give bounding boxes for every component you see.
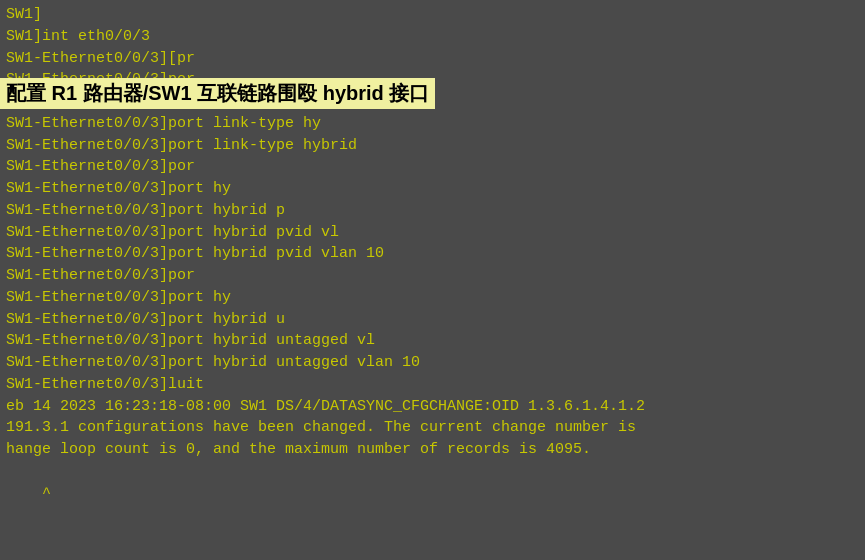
terminal-line-17: SW1-Ethernet0/0/3]port hybrid untagged v… [6,352,859,374]
terminal-line-6: SW1-Ethernet0/0/3]port link-type hy [6,113,859,135]
terminal-caret: ^ [42,483,51,505]
terminal-line-1: SW1] [6,4,859,26]
terminal-window: SW1] SW1]int eth0/0/3 SW1-Ethernet0/0/3]… [0,0,865,560]
terminal-line-3: SW1-Ethernet0/0/3][pr [6,48,859,70]
terminal-line-7: SW1-Ethernet0/0/3]port link-type hybrid [6,135,859,157]
terminal-line-12: SW1-Ethernet0/0/3]port hybrid pvid vlan … [6,243,859,265]
terminal-line-10: SW1-Ethernet0/0/3]port hybrid p [6,200,859,222]
terminal-line-16: SW1-Ethernet0/0/3]port hybrid untagged v… [6,330,859,352]
terminal-line-8: SW1-Ethernet0/0/3]por [6,156,859,178]
terminal-line-14: SW1-Ethernet0/0/3]port hy [6,287,859,309]
terminal-line-13: SW1-Ethernet0/0/3]por [6,265,859,287]
terminal-line-9: SW1-Ethernet0/0/3]port hy [6,178,859,200]
terminal-line-2: SW1]int eth0/0/3 [6,26,859,48]
terminal-line-11: SW1-Ethernet0/0/3]port hybrid pvid vl [6,222,859,244]
terminal-line-18: SW1-Ethernet0/0/3]luit [6,374,859,396]
overlay-label: 配置 R1 路由器/SW1 互联链路围殴 hybrid 接口 [0,78,435,109]
terminal-line-15: SW1-Ethernet0/0/3]port hybrid u [6,309,859,331]
terminal-caret-line: ^ [6,461,859,526]
terminal-bottom-block: eb 14 2023 16:23:18-08:00 SW1 DS/4/DATAS… [6,396,859,461]
